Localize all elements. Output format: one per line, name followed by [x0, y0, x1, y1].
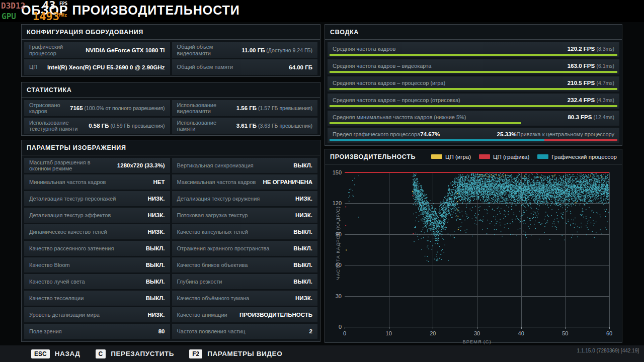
setting-cell: Качество рассеянного затененияВЫКЛ.	[24, 241, 170, 256]
setting-cell: Отражения экранного пространстваВЫКЛ.	[172, 241, 318, 256]
version-text: 1.1.15.0 (7280369) [442.19]	[577, 348, 639, 353]
y-tick-label: 60	[329, 262, 342, 268]
legend-label: ЦП (игра)	[445, 154, 471, 160]
setting-label: Качество анимации	[177, 312, 235, 318]
setting-value: НИЗК.	[295, 196, 312, 202]
setting-label: Отражения экранного пространства	[177, 245, 290, 252]
statistic-label: Использование текстурной памяти	[29, 120, 85, 132]
summary-row: Средняя частота кадров – процессор (отри…	[328, 94, 619, 109]
legend-swatch-icon	[537, 154, 548, 159]
scatter-plot	[345, 172, 609, 327]
overlay-gpu-label: GPU	[2, 12, 16, 21]
x-tick-mark	[389, 327, 389, 329]
x-tick-label: 50	[555, 330, 575, 336]
setting-cell: Детализация текстур окруженияНИЗК.	[172, 191, 318, 206]
hardware-label: Общий объем видеопамяти	[177, 44, 238, 56]
summary-row: Средняя частота кадров – процессор (игра…	[328, 76, 619, 92]
setting-cell: Качество лучей светаВЫКЛ.	[24, 274, 170, 289]
setting-cell: Качество объёмного туманаНИЗК.	[172, 291, 318, 306]
hardware-label: ЦП	[29, 64, 43, 70]
settings-panel: ПАРАМЕТРЫ ИЗОБРАЖЕНИЯ Масштаб разрешения…	[21, 140, 320, 342]
cpu-bound-label: Привязка к центральному процессору	[517, 131, 614, 137]
setting-value: ВЫКЛ.	[293, 229, 312, 235]
setting-value: ВЫКЛ.	[293, 262, 312, 268]
key-hint-label: ПАРАМЕТРЫ ВИДЕО	[207, 350, 282, 357]
statistic-value: 3.61 ГБ (3.63 ГБ превышения)	[236, 123, 312, 129]
statistic-cell: Отрисовано кадров7165 (100.0% от полного…	[24, 100, 170, 116]
setting-label: Вертикальная синхронизация	[177, 162, 290, 169]
setting-label: Качество тесселяции	[29, 295, 142, 302]
setting-label: Динамическое качество теней	[29, 229, 144, 235]
summary-rows: Средняя частота кадров120.2 FPS (8.3ms)С…	[325, 40, 622, 147]
setting-label: Качество Bloom	[29, 262, 142, 268]
summary-row-ms: (8.3ms)	[596, 46, 614, 52]
fps-cap-line	[345, 172, 609, 173]
overlay-clock-value: 1493	[33, 10, 59, 23]
setting-label: Качество капсульных теней	[177, 229, 290, 235]
setting-label: Детализация текстур эффектов	[29, 212, 144, 219]
summary-row-bar	[330, 54, 617, 56]
legend-item: Графический процессор	[537, 154, 617, 160]
setting-label: Уровень детализации мира	[29, 312, 144, 318]
setting-label: Максимальная частота кадров	[177, 179, 259, 186]
hardware-cell: Общий объем видеопамяти11.00 ГБ (Доступн…	[172, 42, 318, 58]
summary-row-value: 210.5 FPS (4.7ms)	[568, 80, 614, 86]
statistic-cell: Использование текстурной памяти0.58 ГБ (…	[24, 118, 170, 134]
setting-cell: Качество капсульных тенейВЫКЛ.	[172, 224, 318, 239]
summary-row-bar	[330, 71, 617, 73]
summary-row-label: Средняя частота кадров – процессор (отри…	[333, 97, 568, 103]
hardware-label: Графический процессор	[29, 44, 82, 56]
setting-value: НИЗК.	[148, 196, 165, 202]
statistic-value: 1.56 ГБ (1.57 ГБ превышения)	[236, 105, 312, 111]
hardware-panel-header: КОНФИГУРАЦИЯ ОБОРУДОВАНИЯ	[22, 25, 320, 40]
hardware-value: Intel(R) Xeon(R) CPU E5-2690 0 @ 2.90GHz	[47, 64, 165, 70]
setting-cell: Поле зрения80	[24, 324, 170, 339]
statistic-extra: (1.57 ГБ превышения)	[257, 105, 312, 111]
statistics-panel: СТАТИСТИКА Отрисовано кадров7165 (100.0%…	[21, 82, 320, 136]
hardware-extra: (Доступно 9.24 ГБ)	[265, 47, 312, 53]
x-tick-mark	[433, 327, 433, 329]
setting-value: НИЗК.	[295, 212, 312, 218]
setting-value: 2	[309, 328, 312, 334]
hardware-value: 11.00 ГБ (Доступно 9.24 ГБ)	[242, 47, 312, 53]
setting-cell: Динамическое качество тенейНИЗК.	[24, 224, 170, 239]
summary-row-ms: (4.7ms)	[596, 80, 614, 86]
summary-row: Средняя частота кадров – видеокарта163.0…	[328, 59, 619, 74]
statistics-panel-title: СТАТИСТИКА	[27, 86, 72, 94]
setting-value: ВЫКЛ.	[293, 245, 312, 251]
x-tick-label: 40	[511, 330, 531, 336]
summary-row-bar	[330, 122, 521, 124]
setting-label: Детализация текстур окружения	[177, 196, 292, 202]
key-hint-c[interactable]: CПЕРЕЗАПУСТИТЬ	[96, 349, 175, 358]
chart-panel: ПРОИЗВОДИТЕЛЬНОСТЬ ЦП (игра)ЦП (графика)…	[325, 149, 622, 343]
y-tick-label: 90	[329, 231, 342, 237]
summary-panel-title: СВОДКА	[330, 29, 359, 36]
keycap-icon: C	[96, 349, 106, 358]
setting-value: ВЫКЛ.	[146, 295, 165, 301]
performance-overview-screen: ОБЗОР ПРОИЗВОДИТЕЛЬНОСТИ D3D12 43 FPS GP…	[0, 0, 644, 362]
setting-label: Качество рассеянного затенения	[29, 245, 142, 252]
setting-value: НЕ ОГРАНИЧЕНА	[263, 179, 312, 185]
vertical-gridline	[609, 172, 610, 327]
y-tick-label: 30	[329, 293, 342, 299]
statistic-extra: (100.0% от полного разрешения)	[83, 105, 165, 111]
setting-value: 80	[158, 328, 165, 334]
setting-value: ПРОИЗВОДИТЕЛЬНОСТЬ	[239, 312, 312, 318]
key-hint-esc[interactable]: ESCНАЗАД	[31, 349, 80, 358]
statistic-cell: Использование видеопамяти1.56 ГБ (1.57 Г…	[172, 100, 318, 116]
summary-row: Средняя частота кадров120.2 FPS (8.3ms)	[328, 42, 619, 57]
setting-label: Потоковая загрузка текстур	[177, 212, 292, 219]
settings-panel-title: ПАРАМЕТРЫ ИЗОБРАЖЕНИЯ	[27, 144, 126, 151]
setting-cell: Качество бликов объективаВЫКЛ.	[172, 257, 318, 273]
setting-cell: Качество тесселяцииВЫКЛ.	[24, 291, 170, 306]
statistic-label: Использование памяти	[177, 120, 232, 132]
setting-value: НЕТ	[153, 179, 165, 185]
hardware-cell: Графический процессорNVIDIA GeForce GTX …	[24, 42, 170, 58]
key-hint-f2[interactable]: F2ПАРАМЕТРЫ ВИДЕО	[189, 349, 282, 358]
setting-cell: Детализация текстур эффектовНИЗК.	[24, 208, 170, 223]
hardware-grid: Графический процессорNVIDIA GeForce GTX …	[22, 40, 320, 77]
setting-cell: Потоковая загрузка текстурНИЗК.	[172, 208, 318, 223]
setting-label: Качество объёмного тумана	[177, 295, 292, 302]
setting-value: ВЫКЛ.	[293, 279, 312, 285]
summary-row-ms: (12.4ms)	[594, 114, 614, 120]
